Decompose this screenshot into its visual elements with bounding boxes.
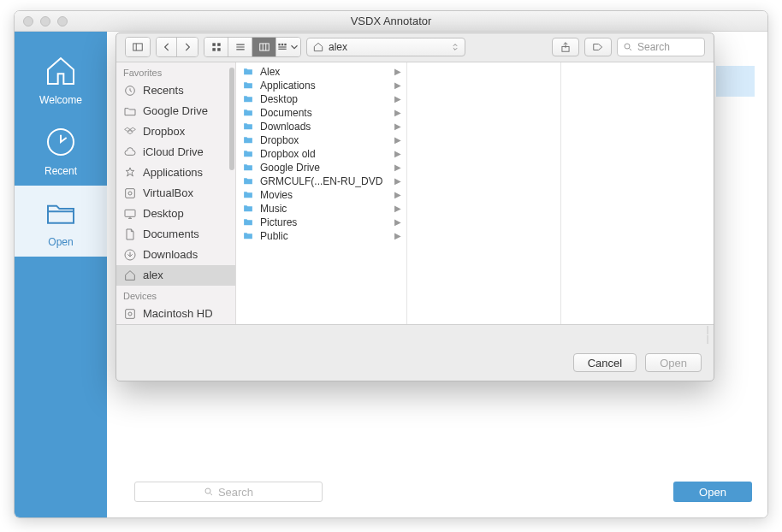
favorites-sidebar: Favorites Recents Google Drive Dropbox i… <box>116 62 236 324</box>
share-button[interactable] <box>552 38 579 56</box>
view-gallery-button[interactable] <box>276 38 300 56</box>
file-label: Dropbox old <box>260 148 389 160</box>
svg-rect-24 <box>125 210 135 216</box>
svg-point-20 <box>625 44 630 49</box>
svg-rect-18 <box>278 49 286 50</box>
applications-icon <box>123 166 137 180</box>
view-list-button[interactable] <box>228 38 252 56</box>
dialog-search-input[interactable]: Search <box>617 38 705 56</box>
search-icon <box>204 487 214 497</box>
file-item[interactable]: Alex ▶ <box>236 65 406 79</box>
nav-forward-button[interactable] <box>177 38 198 56</box>
favorite-item[interactable]: Documents <box>116 224 235 245</box>
svg-rect-4 <box>212 44 216 47</box>
favorite-label: Documents <box>143 228 199 240</box>
folder-icon <box>241 189 255 200</box>
folder-open-icon <box>42 196 80 230</box>
file-item[interactable]: Music ▶ <box>236 202 406 216</box>
chevron-left-icon <box>161 41 173 53</box>
svg-rect-26 <box>126 309 135 318</box>
file-column-3 <box>561 62 714 324</box>
path-label: alex <box>329 41 347 53</box>
svg-rect-5 <box>217 44 220 47</box>
favorite-item[interactable]: iCloud Drive <box>116 142 235 163</box>
column-resize-handle[interactable]: | | <box>703 325 714 346</box>
file-label: Downloads <box>260 121 389 133</box>
sidebar-item-recent[interactable]: Recent <box>15 115 107 186</box>
svg-rect-14 <box>278 44 280 45</box>
updown-icon <box>451 42 459 52</box>
favorite-item[interactable]: Google Drive <box>116 101 235 121</box>
file-item[interactable]: Applications ▶ <box>236 79 406 92</box>
downloads-icon <box>123 248 137 262</box>
svg-rect-11 <box>259 44 269 50</box>
grid-icon <box>210 41 222 53</box>
favorite-item[interactable]: Applications <box>116 163 235 183</box>
sidebar-item-label: Welcome <box>15 94 107 106</box>
svg-point-23 <box>128 192 132 195</box>
sidebar-item-label: Open <box>15 236 107 248</box>
cancel-button[interactable]: Cancel <box>573 353 637 372</box>
main-open-button[interactable]: Open <box>673 482 752 502</box>
list-icon <box>234 41 246 53</box>
nav-back-button[interactable] <box>157 38 177 56</box>
view-icons-button[interactable] <box>204 38 228 56</box>
file-item[interactable]: Google Drive ▶ <box>236 161 406 174</box>
file-item[interactable]: Documents ▶ <box>236 106 406 120</box>
favorite-item[interactable]: Dropbox <box>116 121 235 142</box>
home-icon <box>42 54 80 88</box>
clock-icon <box>42 125 80 159</box>
file-item[interactable]: GRMCULF(...EN-RU_DVD ▶ <box>236 174 406 188</box>
favorite-item[interactable]: Downloads <box>116 245 235 265</box>
favorite-label: Dropbox <box>143 125 185 138</box>
main-search-input[interactable]: Search <box>134 482 323 502</box>
favorite-label: Macintosh HD <box>143 307 213 320</box>
file-label: Public <box>260 230 389 242</box>
file-item[interactable]: Downloads ▶ <box>236 120 406 133</box>
favorite-label: Google Drive <box>143 104 208 117</box>
columns-view: Alex ▶ Applications ▶ Desktop ▶ Document… <box>236 62 714 324</box>
svg-rect-6 <box>212 49 216 52</box>
svg-rect-15 <box>281 44 283 45</box>
file-label: Desktop <box>260 93 389 105</box>
disclosure-arrow-icon: ▶ <box>394 67 401 76</box>
sidebar-item-welcome[interactable]: Welcome <box>15 44 107 115</box>
sidebar-scrollbar[interactable] <box>229 68 234 239</box>
file-item[interactable]: Dropbox old ▶ <box>236 147 406 161</box>
file-item[interactable]: Movies ▶ <box>236 188 406 202</box>
favorite-label: iCloud Drive <box>143 145 204 158</box>
folder-icon <box>241 230 255 241</box>
toggle-sidebar-button[interactable] <box>126 38 150 56</box>
file-label: Music <box>260 203 389 215</box>
view-columns-button[interactable] <box>252 38 276 56</box>
favorite-item[interactable]: alex <box>116 265 235 286</box>
file-item[interactable]: Desktop ▶ <box>236 92 406 106</box>
share-icon <box>560 41 572 53</box>
favorite-item[interactable]: Desktop <box>116 204 235 224</box>
disclosure-arrow-icon: ▶ <box>394 176 401 186</box>
file-item[interactable]: Dropbox ▶ <box>236 133 406 147</box>
svg-point-1 <box>205 488 210 494</box>
disclosure-arrow-icon: ▶ <box>394 149 401 158</box>
file-column-1: Alex ▶ Applications ▶ Desktop ▶ Document… <box>236 62 407 324</box>
open-button[interactable]: Open <box>645 353 702 372</box>
search-icon <box>623 42 633 52</box>
disclosure-arrow-icon: ▶ <box>394 80 401 90</box>
file-item[interactable]: Pictures ▶ <box>236 216 406 229</box>
sidebar-item-label: Recent <box>15 165 107 177</box>
home-outline-icon <box>123 269 137 282</box>
favorite-item[interactable]: VirtualBox <box>116 183 235 204</box>
favorite-label: VirtualBox <box>143 186 193 199</box>
tags-button[interactable] <box>584 38 612 56</box>
dialog-body: Favorites Recents Google Drive Dropbox i… <box>116 62 714 325</box>
path-dropdown[interactable]: alex <box>306 38 465 56</box>
sidebar-item-open[interactable]: Open <box>15 186 107 257</box>
file-item[interactable]: Public ▶ <box>236 229 406 243</box>
folder-icon <box>241 203 255 214</box>
favorite-item[interactable]: Recents <box>116 80 235 101</box>
favorite-item[interactable]: Macintosh HD <box>116 304 235 324</box>
svg-rect-22 <box>126 188 135 198</box>
folder-gray-icon <box>123 104 137 118</box>
file-label: Pictures <box>260 216 389 228</box>
folder-icon <box>241 175 255 186</box>
